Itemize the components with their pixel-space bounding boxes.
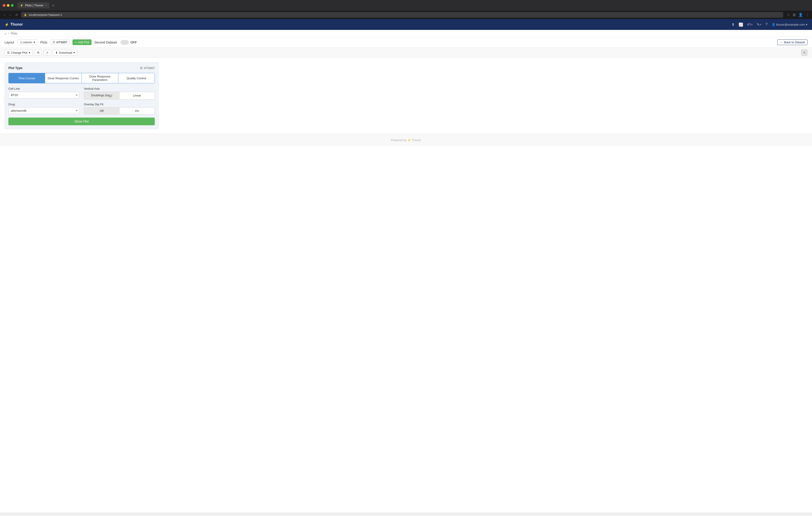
plot-card: Plot Type ☰ HTS007 Time Course Dose Resp… [4, 62, 158, 129]
close-icon: × [803, 51, 805, 54]
overlay-dip-label: Overlay Dip Fit [84, 102, 155, 106]
url-bar[interactable]: 🔒 localhost/plots?dataset=1 [21, 12, 783, 18]
back-icon: ← [780, 40, 783, 44]
second-dataset-toggle[interactable]: OFF [120, 40, 137, 44]
layout-label: Layout [4, 40, 14, 44]
layout-dropdown[interactable]: 1 column ▾ [18, 39, 38, 45]
edit-icon[interactable]: ✎ ▾ [757, 23, 761, 27]
brand-name: Thunor [10, 23, 23, 27]
download-dropdown[interactable]: ⬇ Download ▾ [53, 50, 78, 56]
breadcrumb-current: Plots [11, 32, 17, 35]
toggle-box[interactable] [120, 40, 129, 44]
dataset-icon: ☰ [53, 40, 55, 44]
change-plot-icon: ☰ [7, 51, 10, 54]
action-toolbar: ☰ Change Plot ▾ ⧉ ↗ ⬇ Download ▾ × [0, 48, 812, 58]
forward-button[interactable]: › [8, 13, 12, 17]
breadcrumb-home-link[interactable]: ⌂ [4, 32, 6, 35]
footer-powered-by: Powered by [391, 139, 407, 142]
overlay-dip-group: Overlay Dip Fit Off On [84, 102, 155, 114]
vertical-axis-group: Vertical Axis Doublings (log2) Linear [84, 87, 155, 99]
change-plot-dropdown[interactable]: ☰ Change Plot ▾ [4, 50, 33, 56]
tab-close-button[interactable]: × [45, 4, 47, 7]
close-plot-button[interactable]: × [801, 50, 808, 56]
download-icon: ⬇ [55, 51, 58, 54]
user-menu[interactable]: 👤 thunor@example.com ▾ [772, 23, 808, 26]
navbar-actions: ⬆ 📈 🏷 ▾ ✎ ▾ ? 👤 thunor@example.com ▾ [731, 23, 808, 27]
tab-time-course[interactable]: Time Course [9, 73, 45, 83]
back-to-dataset-button[interactable]: ← Back to Dataset [777, 39, 808, 45]
back-button[interactable]: ‹ [3, 13, 6, 17]
toggle-state: OFF [130, 40, 137, 44]
user-email: thunor@example.com [776, 23, 805, 26]
overlay-dip-off-button[interactable]: Off [84, 108, 119, 114]
dataset-badge: ☰ HTS007 [50, 39, 70, 45]
vertical-axis-doublings-button[interactable]: Doublings (log2) [84, 92, 119, 99]
browser-titlebar: ⚡ Plots | Thunor × + [0, 0, 812, 11]
home-icon: ⌂ [4, 32, 6, 35]
form-row-2: Drug abemaciclib ▾ Overlay Dip Fit Off O… [8, 102, 155, 114]
add-plot-label: Add Plot [78, 40, 89, 44]
copy-icon: ⧉ [37, 51, 39, 54]
user-icon: 👤 [772, 23, 775, 26]
plot-type-tabs: Time Course Dose Response Curves Dose Re… [8, 73, 155, 83]
cell-line-group: Cell Line BT20 ▾ [8, 87, 79, 99]
dataset-name: HTS007 [56, 40, 67, 44]
change-plot-label: Change Plot [11, 51, 27, 54]
add-plot-button[interactable]: + Add Plot [72, 39, 92, 45]
main-toolbar: Layout 1 column ▾ Plots ☰ HTS007 + Add P… [0, 37, 812, 48]
user-caret-icon: ▾ [806, 23, 808, 26]
refresh-button[interactable]: ↺ [14, 13, 19, 17]
tab-dose-response-parameters[interactable]: Dose Response Parameters [82, 73, 118, 83]
browser-actions: ☆ ⊞ 👤 ⋮ [787, 13, 809, 17]
maximize-dot[interactable] [11, 4, 13, 7]
overlay-dip-toggle-group: Off On [84, 108, 155, 114]
bookmark-icon[interactable]: ☆ [787, 13, 790, 17]
upload-icon[interactable]: ⬆ [731, 23, 734, 27]
external-link-icon: ↗ [46, 51, 49, 54]
back-label: Back to Dataset [784, 40, 805, 44]
tag-icon[interactable]: 🏷 ▾ [747, 23, 753, 27]
drug-select[interactable]: abemaciclib [8, 108, 79, 114]
navbar: ⚡ Thunor ⬆ 📈 🏷 ▾ ✎ ▾ ? 👤 thunor@example.… [0, 19, 812, 30]
help-icon[interactable]: ? [765, 23, 767, 27]
new-tab-button[interactable]: + [52, 3, 54, 7]
minimize-dot[interactable] [7, 4, 9, 7]
second-dataset-label: Second Dataset [94, 40, 117, 44]
tab-title: Plots | Thunor [25, 4, 43, 7]
footer-icon: ⚡ [407, 139, 411, 142]
cell-line-select-wrapper: BT20 ▾ [8, 92, 79, 98]
browser-tab[interactable]: ⚡ Plots | Thunor × [17, 2, 49, 8]
vertical-axis-toggle-group: Doublings (log2) Linear [84, 92, 155, 99]
download-label: Download [59, 51, 72, 54]
vertical-axis-label: Vertical Axis [84, 87, 155, 90]
form-row-1: Cell Line BT20 ▾ Vertical Axis Doublings… [8, 87, 155, 99]
change-plot-caret-icon: ▾ [29, 51, 30, 54]
copy-button[interactable]: ⧉ [35, 50, 42, 56]
cell-line-select[interactable]: BT20 [8, 92, 79, 98]
chart-icon[interactable]: 📈 [738, 23, 743, 27]
app: ⚡ Thunor ⬆ 📈 🏷 ▾ ✎ ▾ ? 👤 thunor@example.… [0, 19, 812, 512]
extensions-icon[interactable]: ⊞ [793, 13, 796, 17]
plots-label: Plots [40, 40, 47, 44]
plot-dataset-name: HTS007 [144, 66, 155, 70]
vertical-axis-linear-button[interactable]: Linear [119, 92, 155, 99]
external-link-button[interactable]: ↗ [44, 50, 51, 56]
overlay-dip-on-button[interactable]: On [119, 108, 155, 114]
url-text: localhost/plots?dataset=1 [29, 13, 62, 17]
tab-icon: ⚡ [20, 4, 23, 7]
drug-select-wrapper: abemaciclib ▾ [8, 108, 79, 114]
close-dot[interactable] [3, 4, 5, 7]
footer-brand: Thunor [412, 139, 421, 142]
breadcrumb: ⌂ > Plots [0, 30, 812, 37]
add-plot-icon: + [75, 40, 77, 44]
cell-line-label: Cell Line [8, 87, 79, 90]
tab-quality-control[interactable]: Quality Control [118, 73, 154, 83]
drug-label: Drug [8, 102, 79, 106]
browser-menu-icon[interactable]: ⋮ [806, 13, 809, 17]
profile-icon[interactable]: 👤 [799, 13, 803, 17]
browser-dots [3, 4, 13, 7]
download-caret-icon: ▾ [74, 51, 75, 54]
brand: ⚡ Thunor [4, 23, 23, 27]
tab-dose-response-curves[interactable]: Dose Response Curves [45, 73, 82, 83]
show-plot-button[interactable]: Show Plot [8, 118, 155, 125]
